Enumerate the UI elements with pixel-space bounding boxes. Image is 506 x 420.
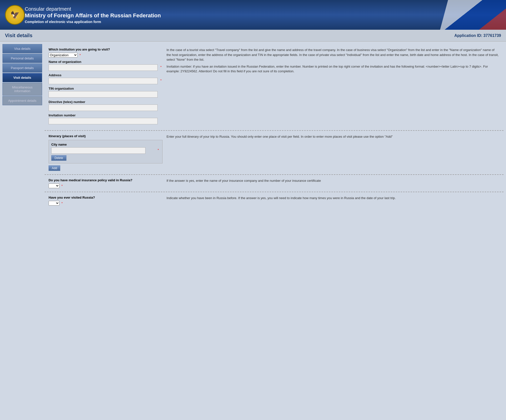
institution-required-star: * bbox=[80, 53, 81, 57]
sidebar-item-appointment[interactable]: Appointment details bbox=[2, 96, 42, 105]
insurance-section: Do you have medical insurance policy val… bbox=[45, 175, 504, 192]
header-line3: Completion of electronic visa applicatio… bbox=[25, 20, 501, 24]
header-line2: Ministry of Foreign Affairs of the Russi… bbox=[25, 12, 501, 19]
header-line1: Consular department bbox=[25, 6, 501, 12]
header: 🦅 Consular department Ministry of Foreig… bbox=[0, 0, 506, 30]
application-id: Application ID: 37761739 bbox=[454, 33, 501, 38]
invitation-label: Invitation number bbox=[49, 113, 163, 117]
sidebar: Visa details Personal details Passport d… bbox=[2, 44, 42, 209]
name-of-organization-group: Name of organization * bbox=[49, 60, 163, 71]
invitation-input[interactable] bbox=[49, 118, 158, 124]
insurance-help-text: If the answer is yes, enter the name of … bbox=[167, 178, 500, 188]
sidebar-item-passport-details[interactable]: Passport details bbox=[2, 63, 42, 73]
name-org-star: * bbox=[160, 65, 162, 69]
content-area: Which institution you are going to visit… bbox=[45, 44, 504, 209]
address-input[interactable] bbox=[49, 78, 158, 84]
institution-help-text: In the case of a tourist visa select "Tr… bbox=[167, 48, 500, 127]
flag-decoration bbox=[440, 0, 506, 30]
add-button[interactable]: Add bbox=[49, 165, 60, 171]
page-title: Visit details bbox=[5, 33, 32, 38]
sidebar-item-personal-details[interactable]: Personal details bbox=[2, 54, 42, 63]
institution-dropdown[interactable]: Organization Travel company Individual N… bbox=[49, 53, 78, 57]
sidebar-item-miscellaneous[interactable]: Miscellaneous information bbox=[2, 83, 42, 96]
visited-help-text: Indicate whether you have been in Russia… bbox=[167, 196, 500, 206]
city-star: * bbox=[158, 148, 159, 152]
tin-label: TIN organization bbox=[49, 87, 163, 90]
address-group: Address * bbox=[49, 73, 163, 84]
institution-dropdown-row: Organization Travel company Individual N… bbox=[49, 53, 163, 57]
header-logo: 🦅 bbox=[5, 5, 25, 25]
visited-question: Have you ever visited Russia? bbox=[49, 196, 163, 199]
visited-dropdown-row: Yes No * bbox=[49, 201, 163, 206]
sidebar-item-visa-details[interactable]: Visa details bbox=[2, 44, 42, 53]
tin-group: TIN organization bbox=[49, 87, 163, 98]
address-label: Address bbox=[49, 73, 163, 77]
main-layout: Visa details Personal details Passport d… bbox=[0, 42, 506, 211]
invitation-group: Invitation number bbox=[49, 113, 163, 124]
delete-button[interactable]: Delete bbox=[51, 155, 66, 161]
directive-label: Directive (telex) number bbox=[49, 100, 163, 104]
itinerary-title: Itinerary (places of visit) bbox=[49, 134, 163, 138]
visited-star: * bbox=[61, 202, 63, 205]
visited-dropdown[interactable]: Yes No bbox=[49, 201, 59, 206]
city-name-label: City name bbox=[51, 143, 67, 146]
page-title-bar: Visit details Application ID: 37761739 bbox=[0, 30, 506, 42]
insurance-dropdown-row: Yes No * bbox=[49, 184, 163, 188]
city-name-input[interactable] bbox=[51, 147, 145, 154]
directive-group: Directive (telex) number bbox=[49, 100, 163, 111]
name-of-organization-label: Name of organization bbox=[49, 60, 163, 64]
visited-section: Have you ever visited Russia? Yes No * I… bbox=[45, 192, 504, 209]
itinerary-box: City name * Delete bbox=[49, 140, 163, 163]
address-star: * bbox=[160, 79, 162, 82]
name-of-organization-input[interactable] bbox=[49, 64, 158, 71]
tin-input[interactable] bbox=[49, 91, 158, 98]
header-text: Consular department Ministry of Foreign … bbox=[25, 6, 501, 24]
directive-input[interactable] bbox=[49, 105, 158, 111]
institution-question: Which institution you are going to visit… bbox=[49, 48, 163, 51]
itinerary-help-text: Enter your full itinerary of your trip t… bbox=[167, 134, 500, 171]
sidebar-item-visit-details[interactable]: Visit details bbox=[2, 73, 42, 82]
institution-section: Which institution you are going to visit… bbox=[45, 44, 504, 131]
insurance-star: * bbox=[61, 184, 63, 188]
insurance-dropdown[interactable]: Yes No bbox=[49, 184, 59, 188]
insurance-question: Do you have medical insurance policy val… bbox=[49, 178, 163, 182]
itinerary-section: Itinerary (places of visit) City name * … bbox=[45, 131, 504, 175]
